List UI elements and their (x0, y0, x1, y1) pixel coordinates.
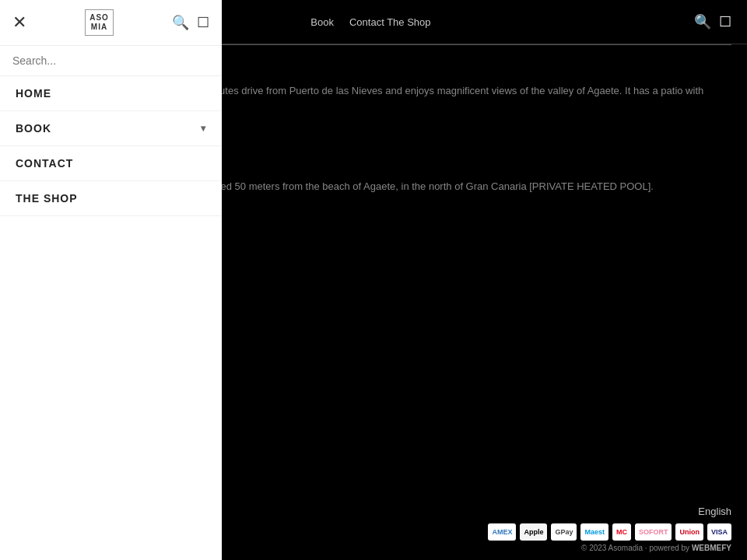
nav-contact-shop-link[interactable]: Contact The Shop (349, 16, 431, 28)
maestro-icon: Maest (580, 523, 608, 541)
top-nav: Book Contact The Shop (310, 16, 430, 28)
search-input[interactable] (12, 54, 209, 67)
cart-icon[interactable]: ☐ (719, 13, 731, 30)
footer-copyright: © 2023 Asomadia · powered by WEBMEFY (488, 544, 731, 552)
sidebar-overlay: ✕ ASO MIA 🔍 ☐ HOME BOOK ▾ CONTACT THE SH… (0, 0, 222, 560)
nav-item-book[interactable]: BOOK ▾ (0, 111, 222, 146)
sidebar-search-icon[interactable]: 🔍 (172, 14, 189, 31)
nav-item-contact[interactable]: CONTACT (0, 146, 222, 181)
chevron-down-icon: ▾ (201, 123, 206, 134)
sidebar-icons: 🔍 ☐ (172, 14, 209, 31)
sidebar-cart-icon[interactable]: ☐ (197, 14, 209, 31)
webmefy-brand: WEBMEFY (692, 544, 731, 552)
mastercard-icon: MC (612, 523, 631, 541)
search-icon[interactable]: 🔍 (694, 13, 711, 30)
payment-icons: AMEX Apple GPay Maest MC SOFORT Union VI… (488, 523, 731, 541)
unionpay-icon: Union (675, 523, 703, 541)
googlepay-icon: GPay (551, 523, 577, 541)
visa-icon: VISA (707, 523, 731, 541)
sofort-icon: SOFORT (635, 523, 672, 541)
top-icons: 🔍 ☐ (694, 13, 731, 30)
amex-icon: AMEX (488, 523, 516, 541)
applepay-icon: Apple (520, 523, 547, 541)
sidebar-logo: ASO MIA (85, 9, 114, 36)
sidebar-top: ✕ ASO MIA 🔍 ☐ (0, 0, 222, 46)
footer-right: English AMEX Apple GPay Maest MC SOFORT … (488, 506, 731, 552)
close-button[interactable]: ✕ (12, 12, 26, 33)
footer-language: English (488, 506, 731, 517)
nav-book-link[interactable]: Book (310, 16, 334, 28)
nav-menu: HOME BOOK ▾ CONTACT THE SHOP (0, 76, 222, 216)
search-bar (0, 46, 222, 76)
nav-item-the-shop[interactable]: THE SHOP (0, 181, 222, 216)
nav-item-home[interactable]: HOME (0, 76, 222, 111)
